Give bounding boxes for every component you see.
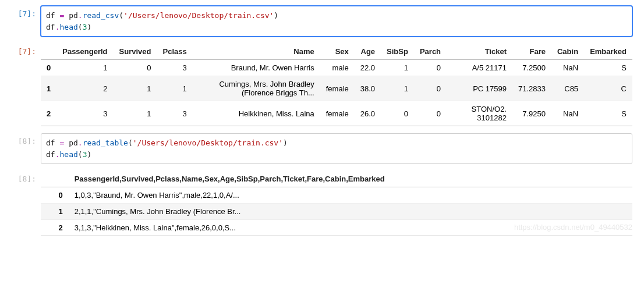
cell-value: NaN: [551, 60, 584, 76]
column-header: Pclass: [157, 44, 192, 60]
row-index: 1: [41, 204, 69, 220]
cell-value: Braund, Mr. Owen Harris: [193, 60, 320, 76]
cell-value: C: [584, 76, 632, 101]
column-header: Embarked: [584, 44, 632, 60]
table-row: 01,0,3,"Braund, Mr. Owen Harris",male,22…: [41, 187, 632, 204]
table-row: 12,1,1,"Cumings, Mrs. John Bradley (Flor…: [41, 204, 632, 220]
cell-value: 1: [56, 60, 113, 76]
column-header: Name: [193, 44, 320, 60]
row-index: 0: [41, 60, 56, 76]
cell-value: Heikkinen, Miss. Laina: [193, 101, 320, 126]
cell-value: 26.0: [355, 101, 381, 126]
cell-value: 1: [157, 76, 192, 101]
column-header: Parch: [414, 44, 447, 60]
cell-value: 1: [381, 60, 414, 76]
column-header: PassengerId,Survived,Pclass,Name,Sex,Age…: [69, 171, 632, 187]
cell-value: 2,1,1,"Cumings, Mrs. John Bradley (Flore…: [69, 204, 632, 220]
cell-value: 1: [381, 76, 414, 101]
cell-value: 1: [114, 76, 157, 101]
table-row: 2313Heikkinen, Miss. Lainafemale26.000ST…: [41, 101, 632, 126]
cell-value: 71.2833: [512, 76, 551, 101]
column-header: Fare: [512, 44, 551, 60]
cell-value: PC 17599: [447, 76, 512, 101]
cell-value: 1,0,3,"Braund, Mr. Owen Harris",male,22,…: [69, 187, 632, 204]
cell-value: STON/O2. 3101282: [447, 101, 512, 126]
column-header: Survived: [114, 44, 157, 60]
row-index: 0: [41, 187, 69, 204]
cell-value: 3: [56, 101, 113, 126]
column-header: [41, 171, 69, 187]
column-header: PassengerId: [56, 44, 113, 60]
table-row: 1211Cumings, Mrs. John Bradley (Florence…: [41, 76, 632, 101]
cell-value: male: [320, 60, 355, 76]
cell-value: 3,1,3,"Heikkinen, Miss. Laina",female,26…: [69, 220, 632, 236]
cell-value: 38.0: [355, 76, 381, 101]
table-row: 23,1,3,"Heikkinen, Miss. Laina",female,2…: [41, 220, 632, 236]
cell-value: S: [584, 60, 632, 76]
output-dataframe: PassengerId,Survived,Pclass,Name,Sex,Age…: [41, 171, 632, 236]
table-row: 0103Braund, Mr. Owen Harrismale22.010A/5…: [41, 60, 632, 76]
column-header: [41, 44, 56, 60]
input-prompt: [8]:: [12, 133, 41, 164]
cell-value: 0: [114, 60, 157, 76]
output-prompt: [7]:: [12, 44, 41, 126]
cell-value: 0: [414, 76, 447, 101]
cell-value: 1: [114, 101, 157, 126]
cell-value: 0: [414, 101, 447, 126]
column-header: Ticket: [447, 44, 512, 60]
cell-value: S: [584, 101, 632, 126]
cell-value: A/5 21171: [447, 60, 512, 76]
input-prompt: [7]:: [12, 6, 41, 37]
cell-value: 7.9250: [512, 101, 551, 126]
cell-value: 2: [56, 76, 113, 101]
column-header: SibSp: [381, 44, 414, 60]
cell-value: Cumings, Mrs. John Bradley (Florence Bri…: [193, 76, 320, 101]
cell-value: C85: [551, 76, 584, 101]
column-header: Age: [355, 44, 381, 60]
output-dataframe: PassengerIdSurvivedPclassNameSexAgeSibSp…: [41, 44, 632, 126]
cell-value: 0: [381, 101, 414, 126]
code-cell[interactable]: df = pd.read_csv('/Users/lenovo/Desktop/…: [41, 6, 632, 37]
cell-value: female: [320, 101, 355, 126]
cell-value: 3: [157, 60, 192, 76]
row-index: 2: [41, 101, 56, 126]
column-header: Sex: [320, 44, 355, 60]
cell-value: 22.0: [355, 60, 381, 76]
code-cell[interactable]: df = pd.read_table('/Users/lenovo/Deskto…: [41, 133, 632, 164]
cell-value: female: [320, 76, 355, 101]
cell-value: NaN: [551, 101, 584, 126]
column-header: Cabin: [551, 44, 584, 60]
cell-value: 0: [414, 60, 447, 76]
output-prompt: [8]:: [12, 171, 41, 236]
cell-value: 3: [157, 101, 192, 126]
row-index: 2: [41, 220, 69, 236]
row-index: 1: [41, 76, 56, 101]
cell-value: 7.2500: [512, 60, 551, 76]
